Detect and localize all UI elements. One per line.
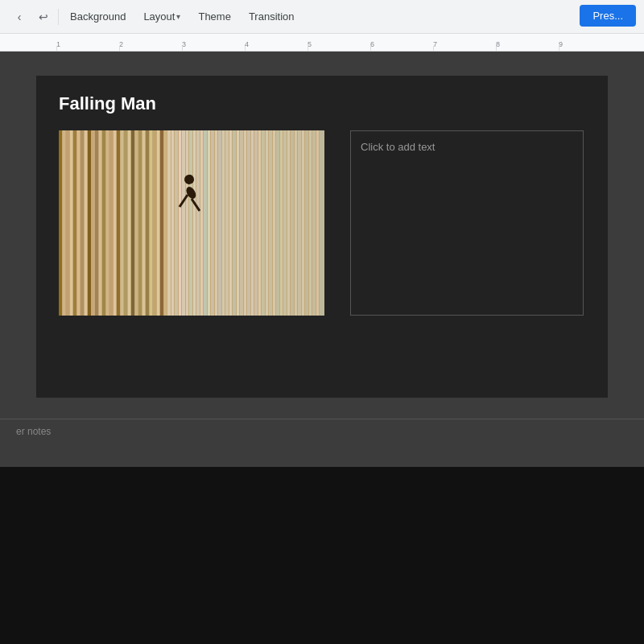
svg-rect-38 — [193, 130, 196, 316]
svg-rect-4 — [70, 130, 72, 316]
svg-rect-18 — [121, 130, 123, 316]
svg-rect-46 — [222, 130, 225, 316]
svg-rect-9 — [88, 130, 91, 316]
svg-rect-13 — [102, 130, 105, 316]
svg-rect-36 — [186, 130, 188, 316]
svg-rect-35 — [182, 130, 185, 316]
svg-rect-61 — [276, 130, 279, 316]
svg-rect-1 — [59, 130, 62, 316]
svg-rect-42 — [208, 130, 210, 316]
svg-rect-53 — [247, 130, 250, 316]
svg-rect-15 — [109, 130, 113, 316]
svg-rect-32 — [171, 130, 174, 316]
slide-text-placeholder[interactable]: Click to add text — [350, 130, 584, 316]
svg-rect-26 — [150, 130, 152, 316]
svg-rect-56 — [258, 130, 261, 316]
ruler-tick-4 — [245, 46, 246, 51]
svg-rect-28 — [157, 130, 159, 316]
svg-rect-3 — [66, 130, 69, 316]
background-button[interactable]: Background — [62, 6, 134, 27]
slide-title[interactable]: Falling Man — [59, 93, 156, 114]
svg-rect-71 — [312, 130, 316, 316]
svg-rect-33 — [175, 130, 178, 316]
svg-rect-44 — [215, 130, 217, 316]
svg-rect-29 — [160, 130, 163, 316]
layout-label: Layout — [143, 10, 175, 23]
svg-rect-22 — [135, 130, 138, 316]
svg-rect-39 — [196, 130, 200, 316]
ruler-marks: 1 2 3 4 5 6 7 8 9 — [0, 34, 644, 51]
svg-rect-34 — [179, 130, 181, 316]
ruler-tick-5 — [308, 46, 308, 51]
svg-rect-20 — [128, 130, 130, 316]
svg-rect-69 — [305, 130, 308, 316]
svg-rect-63 — [283, 130, 287, 316]
svg-rect-2 — [63, 130, 65, 316]
svg-rect-54 — [251, 130, 254, 316]
svg-rect-37 — [189, 130, 192, 316]
undo-button[interactable]: ↩ — [32, 6, 55, 28]
back-button[interactable]: ‹ — [8, 6, 31, 28]
svg-rect-57 — [262, 130, 265, 316]
svg-rect-12 — [99, 130, 101, 316]
svg-rect-45 — [218, 130, 221, 316]
svg-rect-58 — [266, 130, 268, 316]
svg-rect-19 — [124, 130, 127, 316]
svg-rect-48 — [229, 130, 232, 316]
svg-rect-52 — [244, 130, 246, 316]
svg-rect-49 — [233, 130, 236, 316]
toolbar: ‹ ↩ Background Layout ▾ Theme Transition… — [0, 0, 644, 34]
svg-rect-17 — [117, 130, 120, 316]
svg-rect-8 — [85, 130, 87, 316]
theme-button[interactable]: Theme — [190, 6, 238, 27]
ruler-tick-7 — [433, 46, 434, 51]
svg-rect-21 — [131, 130, 134, 316]
svg-rect-40 — [200, 130, 203, 316]
toolbar-divider — [58, 9, 59, 25]
layout-button[interactable]: Layout ▾ — [135, 6, 188, 27]
slide[interactable]: Falling Man — [36, 76, 608, 398]
ruler-tick-3 — [182, 46, 183, 51]
svg-rect-5 — [73, 130, 76, 316]
ruler-tick-6 — [370, 46, 371, 51]
svg-rect-64 — [287, 130, 290, 316]
svg-rect-70 — [309, 130, 312, 316]
svg-rect-68 — [302, 130, 304, 316]
svg-rect-47 — [225, 130, 229, 316]
transition-button[interactable]: Transition — [241, 6, 303, 27]
svg-rect-11 — [95, 130, 98, 316]
svg-rect-41 — [204, 130, 207, 316]
speaker-notes[interactable]: er notes — [0, 419, 644, 467]
ruler-tick-9 — [559, 46, 559, 51]
svg-rect-59 — [269, 130, 272, 316]
svg-rect-23 — [138, 130, 142, 316]
svg-rect-67 — [298, 130, 301, 316]
svg-rect-30 — [164, 130, 167, 316]
svg-rect-6 — [77, 130, 80, 316]
svg-rect-55 — [254, 130, 258, 316]
slide-area: Falling Man — [0, 52, 644, 419]
svg-rect-43 — [211, 130, 214, 316]
svg-rect-72 — [316, 130, 319, 316]
ruler-tick-2 — [119, 46, 120, 51]
svg-rect-66 — [295, 130, 297, 316]
speaker-notes-label: er notes — [16, 426, 51, 437]
svg-rect-27 — [153, 130, 156, 316]
layout-chevron-icon: ▾ — [176, 12, 180, 21]
svg-rect-31 — [167, 130, 171, 316]
svg-rect-7 — [80, 130, 84, 316]
toolbar-left: ‹ ↩ Background Layout ▾ Theme Transition — [8, 6, 303, 28]
svg-rect-73 — [320, 130, 324, 316]
falling-man-image-svg — [59, 130, 324, 316]
svg-rect-62 — [280, 130, 283, 316]
main-area: Falling Man — [0, 52, 644, 644]
svg-rect-24 — [142, 130, 145, 316]
svg-rect-16 — [114, 130, 116, 316]
svg-rect-25 — [146, 130, 149, 316]
svg-rect-51 — [240, 130, 243, 316]
ruler-tick-1 — [56, 46, 57, 51]
svg-rect-10 — [92, 130, 94, 316]
ruler: 1 2 3 4 5 6 7 8 9 — [0, 34, 644, 52]
svg-rect-14 — [106, 130, 109, 316]
present-button[interactable]: Pres... — [580, 5, 636, 27]
